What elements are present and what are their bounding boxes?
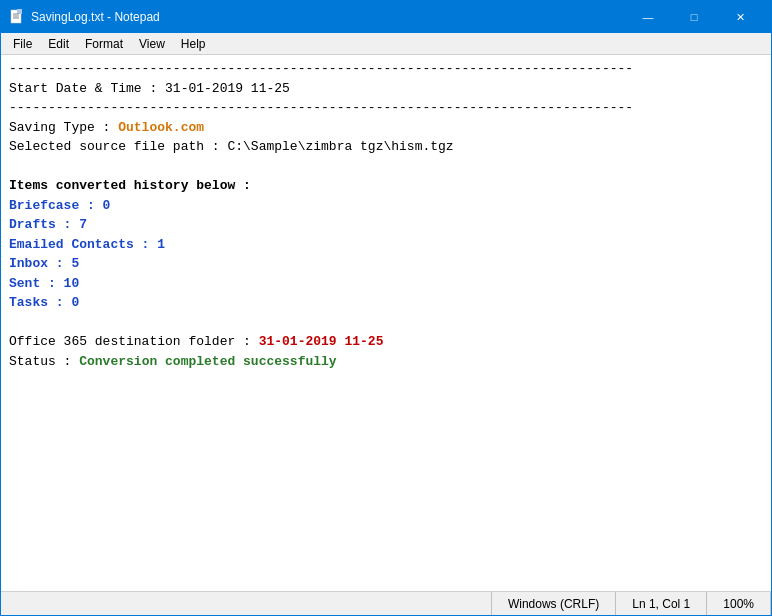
blank-1 xyxy=(9,159,17,174)
drafts-line: Drafts : 7 xyxy=(9,217,87,232)
items-header-line: Items converted history below : xyxy=(9,178,251,193)
emailed-contacts-line: Emailed Contacts : 1 xyxy=(9,237,165,252)
office365-line: Office 365 destination folder : 31-01-20… xyxy=(9,334,383,349)
window-title: SavingLog.txt - Notepad xyxy=(31,10,625,24)
separator-1: ----------------------------------------… xyxy=(9,61,633,76)
status-bar: Windows (CRLF) Ln 1, Col 1 100% xyxy=(1,591,771,615)
notepad-window: SavingLog.txt - Notepad — □ ✕ File Edit … xyxy=(0,0,772,616)
status-position: Ln 1, Col 1 xyxy=(616,592,707,615)
app-icon xyxy=(9,9,25,25)
separator-2: ----------------------------------------… xyxy=(9,100,633,115)
status-encoding: Windows (CRLF) xyxy=(492,592,616,615)
minimize-button[interactable]: — xyxy=(625,1,671,33)
sent-line: Sent : 10 xyxy=(9,276,79,291)
inbox-line: Inbox : 5 xyxy=(9,256,79,271)
content-wrapper: ----------------------------------------… xyxy=(1,55,771,591)
menu-edit[interactable]: Edit xyxy=(40,35,77,53)
start-date-line: Start Date & Time : 31-01-2019 11-25 xyxy=(9,81,290,96)
menu-view[interactable]: View xyxy=(131,35,173,53)
source-path-line: Selected source file path : C:\Sample\zi… xyxy=(9,139,454,154)
status-zoom: 100% xyxy=(707,592,771,615)
menu-bar: File Edit Format View Help xyxy=(1,33,771,55)
status-line: Status : Conversion completed successful… xyxy=(9,354,337,369)
blank-2 xyxy=(9,315,17,330)
status-empty xyxy=(1,592,492,615)
svg-rect-1 xyxy=(17,9,22,14)
saving-type-line: Saving Type : Outlook.com xyxy=(9,120,204,135)
editor-area[interactable]: ----------------------------------------… xyxy=(1,55,771,591)
title-bar: SavingLog.txt - Notepad — □ ✕ xyxy=(1,1,771,33)
menu-file[interactable]: File xyxy=(5,35,40,53)
briefcase-line: Briefcase : 0 xyxy=(9,198,110,213)
close-button[interactable]: ✕ xyxy=(717,1,763,33)
maximize-button[interactable]: □ xyxy=(671,1,717,33)
window-controls: — □ ✕ xyxy=(625,1,763,33)
menu-format[interactable]: Format xyxy=(77,35,131,53)
menu-help[interactable]: Help xyxy=(173,35,214,53)
tasks-line: Tasks : 0 xyxy=(9,295,79,310)
